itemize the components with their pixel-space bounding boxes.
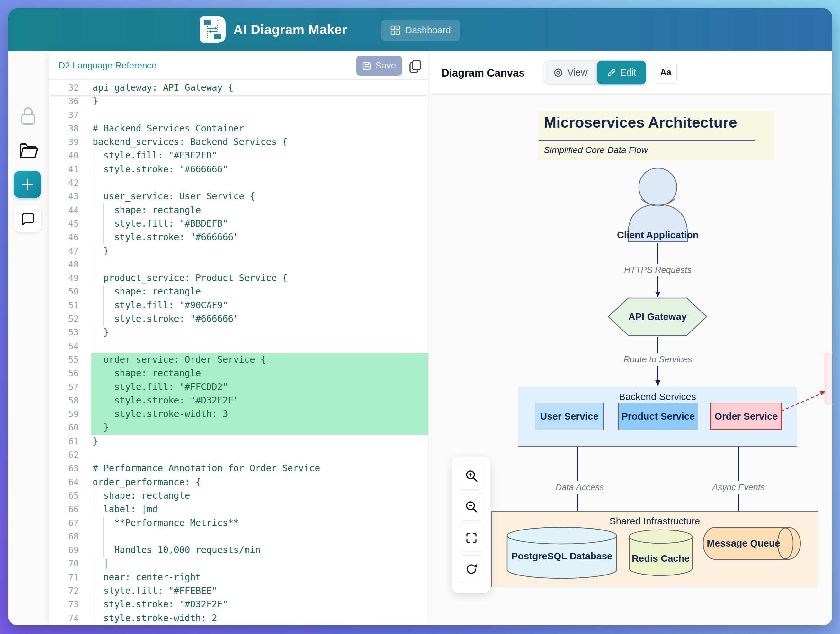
indent-guide: [103, 543, 104, 557]
indent-guide: [93, 244, 93, 258]
code-text: label: |md: [93, 503, 158, 516]
code-line[interactable]: 59 style.stroke-width: 3: [49, 407, 428, 421]
indent-guide: [93, 326, 93, 339]
code-line[interactable]: 71 near: center-right: [49, 571, 428, 584]
editor-title: D2 Language Reference: [58, 51, 156, 79]
code-line[interactable]: 43 user_service: User Service {: [49, 190, 428, 203]
code-line[interactable]: 39backend_services: Backend Services {: [49, 135, 428, 149]
lock-icon: [14, 107, 43, 125]
fit-view-button[interactable]: [458, 524, 485, 552]
indent-guide: [103, 530, 104, 543]
code-line[interactable]: 55 order_service: Order Service {: [49, 353, 428, 367]
save-button[interactable]: Save: [356, 55, 402, 76]
indent-guide: [103, 407, 104, 421]
code-text: Handles 10,000 requests/min: [93, 543, 261, 557]
dashboard-label: Dashboard: [405, 25, 451, 36]
add-diagram-button[interactable]: [14, 171, 41, 198]
line-number: 41: [49, 163, 79, 176]
line-number: 58: [49, 394, 79, 407]
code-line[interactable]: 63# Performance Annotation for Order Ser…: [49, 462, 428, 475]
code-line[interactable]: 64order_performance: {: [49, 476, 428, 489]
code-text: }: [93, 95, 98, 108]
zoom-out-button[interactable]: [458, 493, 485, 520]
code-line[interactable]: 47 }: [49, 244, 428, 258]
code-line[interactable]: 66 label: |md: [49, 503, 428, 516]
code-line[interactable]: 67 **Performance Metrics**: [49, 516, 428, 530]
code-line[interactable]: 40 style.fill: "#E3F2FD": [49, 149, 428, 162]
code-line[interactable]: 56 shape: rectangle: [49, 367, 428, 380]
indent-guide: [93, 149, 93, 162]
code-line[interactable]: 41 style.stroke: "#666666": [49, 163, 428, 176]
diagram-canvas[interactable]: Microservices Architecture Simplified Co…: [430, 94, 832, 625]
code-text: style.fill: "#FFCDD2": [93, 380, 228, 394]
code-text: order_service: Order Service {: [93, 353, 266, 367]
reset-icon: [464, 562, 478, 576]
line-number: 48: [49, 258, 79, 271]
code-line[interactable]: 57 style.fill: "#FFCDD2": [49, 380, 428, 394]
chat-button[interactable]: [14, 205, 42, 233]
user-service-node[interactable]: User Service: [535, 403, 604, 430]
indent-guide: [93, 598, 93, 611]
line-number: 61: [49, 435, 79, 448]
indent-guide: [103, 204, 104, 217]
reset-view-button[interactable]: [458, 555, 485, 583]
font-settings-button[interactable]: Aa: [655, 61, 677, 84]
code-line[interactable]: 32api_gateway: API Gateway {: [49, 81, 428, 95]
code-line[interactable]: 61}: [49, 435, 428, 448]
code-line[interactable]: 62: [49, 448, 428, 462]
app-title: AI Diagram Maker: [233, 22, 347, 37]
client-label: Client Application: [602, 229, 714, 242]
code-line[interactable]: 73 style.stroke: "#D32F2F": [49, 598, 428, 611]
line-number: 46: [49, 231, 79, 244]
code-text: }: [93, 435, 98, 448]
code-line[interactable]: 54: [49, 340, 428, 353]
code-text: user_service: User Service {: [93, 190, 255, 203]
performance-annotation-box[interactable]: [824, 354, 832, 405]
product-service-node[interactable]: Product Service: [618, 403, 698, 430]
view-tab[interactable]: View: [543, 61, 597, 84]
code-line[interactable]: 53 }: [49, 326, 428, 339]
line-number: 64: [49, 476, 79, 489]
user-service-label: User Service: [540, 411, 598, 422]
indent-guide: [93, 571, 93, 584]
code-line[interactable]: 42: [49, 176, 428, 190]
edit-tab[interactable]: Edit: [597, 61, 646, 84]
code-line[interactable]: 68: [49, 530, 428, 543]
code-text: shape: rectangle: [93, 367, 201, 380]
code-line[interactable]: 37: [49, 108, 428, 122]
code-line[interactable]: 50 shape: rectangle: [49, 285, 428, 298]
code-line[interactable]: 44 shape: rectangle: [49, 204, 428, 217]
folder-open-icon[interactable]: [14, 142, 43, 159]
dashboard-button[interactable]: Dashboard: [381, 20, 461, 41]
code-line[interactable]: 49 product_service: Product Service {: [49, 271, 428, 285]
line-number: 47: [49, 244, 79, 258]
code-area[interactable]: 32api_gateway: API Gateway {36}3738# Bac…: [49, 79, 428, 625]
view-edit-toggle: View Edit: [543, 60, 646, 85]
indent-guide: [93, 557, 93, 570]
code-line[interactable]: 74 style.stroke-width: 2: [49, 612, 428, 625]
code-line[interactable]: 36}: [49, 95, 428, 108]
edge-route-label: Route to Services: [620, 353, 695, 366]
code-line[interactable]: 52 style.stroke: "#666666": [49, 312, 428, 326]
edit-label: Edit: [620, 67, 636, 78]
code-text: style.stroke-width: 3: [93, 407, 228, 421]
code-line[interactable]: 65 shape: rectangle: [49, 489, 428, 503]
code-line[interactable]: 46 style.stroke: "#666666": [49, 231, 428, 244]
code-line[interactable]: 60 }: [49, 421, 428, 434]
backend-label: Backend Services: [518, 391, 797, 402]
code-line[interactable]: 45 style.fill: "#BBDEFB": [49, 217, 428, 231]
code-text: # Backend Services Container: [93, 122, 244, 135]
code-text: style.fill: "#90CAF9": [93, 299, 228, 312]
code-line[interactable]: 72 style.fill: "#FFEBEE": [49, 584, 428, 598]
code-line[interactable]: 70 |: [49, 557, 428, 570]
code-line[interactable]: 69 Handles 10,000 requests/min: [49, 543, 428, 557]
code-line[interactable]: 38# Backend Services Container: [49, 122, 428, 135]
order-service-node[interactable]: Order Service: [711, 403, 782, 430]
code-line[interactable]: 58 style.stroke: "#D32F2F": [49, 394, 428, 407]
code-editor-panel: D2 Language Reference Save 32api_gateway…: [49, 51, 428, 625]
code-line[interactable]: 48: [49, 258, 428, 271]
code-line[interactable]: 51 style.fill: "#90CAF9": [49, 299, 428, 312]
copy-button[interactable]: [408, 59, 423, 74]
line-number: 74: [49, 612, 79, 625]
zoom-in-button[interactable]: [458, 462, 485, 490]
